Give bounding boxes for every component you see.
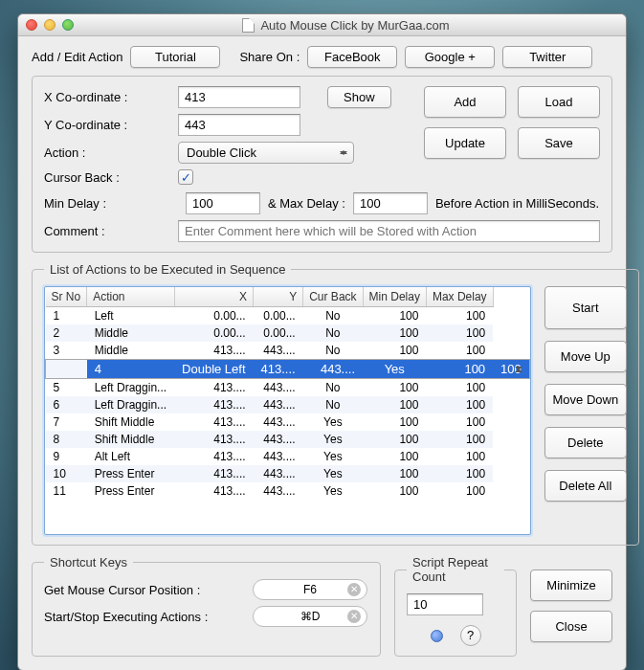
google-plus-button[interactable]: Google + <box>405 46 495 68</box>
facebook-button[interactable]: FaceBook <box>307 46 397 68</box>
min-delay-label: Min Delay : <box>44 196 130 211</box>
add-edit-fieldset: X Co-ordinate : Show Y Co-ordinate : Act… <box>32 76 612 253</box>
delete-button[interactable]: Delete <box>544 427 627 458</box>
cursor-back-checkbox[interactable]: ✓ <box>178 169 193 185</box>
repeat-fieldset: Script Repeat Count ? <box>394 555 517 657</box>
minimize-button[interactable]: Minimize <box>530 570 612 601</box>
shortcut-legend: Shortcut Keys <box>44 555 133 570</box>
get-pos-key-field[interactable]: F6 ✕ <box>253 579 367 600</box>
start-stop-label: Start/Stop Executing Actions : <box>44 610 245 624</box>
repeat-count-input[interactable] <box>407 593 483 615</box>
help-button[interactable]: ? <box>460 625 481 646</box>
titlebar[interactable]: Auto Mouse Click by MurGaa.com <box>18 14 626 36</box>
col-sr[interactable]: Sr No <box>46 287 87 307</box>
col-x[interactable]: X <box>174 287 254 307</box>
x-coord-label: X Co-ordinate : <box>44 90 170 104</box>
table-row[interactable]: 5Left Draggin...413....443....No100100 <box>46 379 530 397</box>
shortcut-fieldset: Shortcut Keys Get Mouse Cursor Position … <box>32 555 381 657</box>
delete-all-button[interactable]: Delete All <box>544 470 627 502</box>
comment-input[interactable] <box>178 220 600 242</box>
share-on-label: Share On : <box>239 50 300 64</box>
show-button[interactable]: Show <box>327 86 391 108</box>
table-row[interactable]: 6Left Draggin...413....443....No100100 <box>46 396 530 413</box>
document-icon <box>242 18 255 33</box>
actions-table[interactable]: Sr No Action X Y Cur Back Min Delay Max … <box>44 286 531 535</box>
add-button[interactable]: Add <box>424 86 506 118</box>
action-select[interactable]: Double Click <box>178 142 354 164</box>
comment-label: Comment : <box>44 224 170 238</box>
get-pos-label: Get Mouse Cursor Position : <box>44 583 245 597</box>
max-delay-label: & Max Delay : <box>268 196 345 211</box>
col-curback[interactable]: Cur Back <box>303 287 363 307</box>
tutorial-button[interactable]: Tutorial <box>130 46 220 68</box>
min-delay-input[interactable] <box>186 192 260 214</box>
start-button[interactable]: Start <box>544 286 627 329</box>
col-maxdelay[interactable]: Max Delay <box>426 287 493 307</box>
table-row[interactable]: 8Shift Middle413....443....Yes100100 <box>46 431 530 448</box>
table-row[interactable]: 9Alt Left413....443....Yes100100 <box>46 448 530 465</box>
save-button[interactable]: Save <box>518 127 600 159</box>
start-stop-key-field[interactable]: ⌘D ✕ <box>253 606 367 627</box>
table-row[interactable]: 11Press Enter413....443....Yes100100 <box>46 482 530 500</box>
zoom-window-button[interactable] <box>62 19 74 31</box>
table-header-row: Sr No Action X Y Cur Back Min Delay Max … <box>46 287 530 307</box>
close-window-button[interactable] <box>26 19 37 31</box>
update-button[interactable]: Update <box>424 127 506 159</box>
action-label: Action : <box>44 145 170 160</box>
table-row[interactable]: 4Double Left413....443....Yes100100 <box>46 360 530 379</box>
y-coord-input[interactable] <box>178 114 300 136</box>
repeat-legend: Script Repeat Count <box>407 555 504 584</box>
load-button[interactable]: Load <box>518 86 600 118</box>
clear-icon[interactable]: ✕ <box>347 583 361 596</box>
traffic-lights <box>26 19 74 31</box>
title-center: Auto Mouse Click by MurGaa.com <box>74 18 618 33</box>
move-down-button[interactable]: Move Down <box>544 384 627 415</box>
list-fieldset: List of Actions to be Executed in Sequen… <box>32 262 639 546</box>
x-coord-input[interactable] <box>178 86 300 108</box>
table-row[interactable]: 7Shift Middle413....443....Yes100100 <box>46 413 530 431</box>
twitter-button[interactable]: Twitter <box>502 46 592 68</box>
window-title: Auto Mouse Click by MurGaa.com <box>260 18 449 33</box>
close-button[interactable]: Close <box>530 611 612 642</box>
cursor-back-label: Cursor Back : <box>44 170 170 185</box>
list-legend: List of Actions to be Executed in Sequen… <box>44 262 291 277</box>
max-delay-input[interactable] <box>353 192 428 214</box>
table-row[interactable]: 1Left0.00...0.00...No100100 <box>46 307 530 325</box>
delay-suffix: Before Action in MilliSeconds. <box>435 196 599 211</box>
move-up-button[interactable]: Move Up <box>544 341 627 372</box>
col-y[interactable]: Y <box>254 287 303 307</box>
minimize-window-button[interactable] <box>44 19 56 31</box>
y-coord-label: Y Co-ordinate : <box>44 118 170 132</box>
table-row[interactable]: 2Middle0.00...0.00...No100100 <box>46 324 530 342</box>
add-edit-label: Add / Edit Action <box>32 50 122 64</box>
col-action[interactable]: Action <box>87 287 174 307</box>
table-row[interactable]: 10Press Enter413....443....Yes100100 <box>46 465 530 482</box>
app-window: Auto Mouse Click by MurGaa.com Add / Edi… <box>17 13 627 670</box>
status-dot-icon <box>431 630 443 642</box>
clear-icon[interactable]: ✕ <box>347 610 361 623</box>
table-row[interactable]: 3Middle413....443....No100100 <box>46 342 530 360</box>
col-mindelay[interactable]: Min Delay <box>363 287 426 307</box>
